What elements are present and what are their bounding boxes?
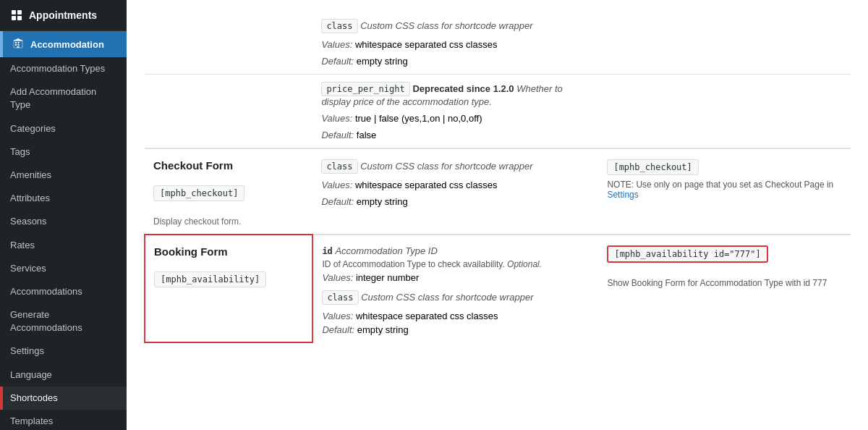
checkout-settings-link[interactable]: Settings [607, 190, 638, 200]
checkout-example-tag: [mphb_checkout] [607, 159, 698, 175]
sidebar-item-accommodations[interactable]: Accommodations [0, 280, 127, 303]
col-example-checkout: [mphb_checkout] NOTE: Use only on page t… [598, 148, 851, 235]
svg-rect-0 [12, 10, 16, 14]
row-booking-form: Booking Form [mphb_availability] id Acco… [145, 235, 851, 342]
svg-rect-10 [17, 46, 20, 48]
col-name-empty-top [145, 12, 312, 75]
col-example-booking: [mphb_availability id="777"] Show Bookin… [598, 235, 851, 342]
col-example-empty-ppn [598, 75, 851, 149]
svg-rect-9 [18, 44, 20, 46]
sidebar-item-shortcodes[interactable]: Shortcodes [0, 387, 127, 410]
booking-example-desc: Show Booking Form for Accommodation Type… [607, 278, 842, 288]
svg-rect-5 [15, 42, 17, 43]
booking-id-detail: ID of Accommodation Type to check availa… [322, 259, 504, 269]
default-checkout: empty string [357, 196, 408, 207]
checkout-desc: Display checkout form. [153, 216, 304, 227]
accommodation-section-label: Accommodation [30, 39, 104, 50]
booking-class-values: whitespace separated css classes [356, 311, 498, 321]
sidebar-item-accommodation-types[interactable]: Accommodation Types [0, 57, 127, 80]
row-price-per-night: price_per_night Deprecated since 1.2.0 W… [145, 75, 851, 149]
svg-rect-6 [18, 42, 20, 43]
col-params-ppn: price_per_night Deprecated since 1.2.0 W… [312, 75, 598, 149]
sidebar-item-templates[interactable]: Templates [0, 410, 127, 430]
sidebar-item-attributes[interactable]: Attributes [0, 187, 127, 210]
default-ppn: false [357, 130, 376, 140]
col-params-class-top: class Custom CSS class for shortcode wra… [312, 12, 598, 75]
col-params-booking: id Accommodation Type ID ID of Accommoda… [312, 235, 598, 342]
values-checkout: whitespace separated css classes [355, 180, 498, 190]
row-checkout-form: Checkout Form [mphb_checkout] Display ch… [145, 148, 851, 235]
checkout-shortcode-tag: [mphb_checkout] [153, 185, 244, 201]
app-title: Appointments [29, 9, 97, 21]
svg-marker-12 [14, 38, 22, 41]
building-icon [13, 38, 25, 50]
sidebar-item-tags[interactable]: Tags [0, 140, 127, 164]
sidebar-item-amenities[interactable]: Amenities [0, 164, 127, 187]
checkout-title: Checkout Form [153, 159, 304, 172]
param-class-checkout-tag: class [321, 159, 357, 174]
sidebar: Appointments Accommodation Accommodation… [0, 0, 127, 430]
booking-shortcode-tag: [mphb_availability] [154, 271, 266, 287]
param-class-booking-tag: class [322, 290, 358, 305]
col-name-checkout: Checkout Form [mphb_checkout] Display ch… [145, 148, 312, 235]
checkout-note: NOTE: Use only on page that you set as C… [607, 180, 842, 200]
sidebar-item-seasons[interactable]: Seasons [0, 210, 127, 233]
booking-example-tag: [mphb_availability id="777"] [607, 245, 767, 263]
values-ppn: true | false (yes,1,on | no,0,off) [355, 113, 482, 124]
col-name-empty-ppn [145, 75, 312, 149]
col-params-checkout: class Custom CSS class for shortcode wra… [312, 148, 598, 235]
grid-icon [10, 9, 23, 22]
sidebar-item-settings[interactable]: Settings [0, 340, 127, 363]
values-class-top: whitespace separated css classes [355, 39, 498, 50]
sidebar-item-language[interactable]: Language [0, 363, 127, 387]
params-table-top: class Custom CSS class for shortcode wra… [144, 12, 851, 343]
booking-class-default: empty string [357, 324, 409, 335]
booking-id-values: integer number [356, 272, 419, 283]
main-content: class Custom CSS class for shortcode wra… [127, 0, 868, 430]
col-example-empty-top [598, 12, 851, 75]
booking-title: Booking Form [154, 245, 303, 258]
svg-rect-2 [12, 16, 16, 20]
svg-rect-1 [17, 10, 22, 14]
svg-rect-8 [15, 44, 17, 46]
default-class-top: empty string [357, 56, 408, 67]
sidebar-app-header[interactable]: Appointments [0, 0, 127, 31]
param-class-tag: class [321, 19, 357, 33]
col-name-booking: Booking Form [mphb_availability] [145, 235, 312, 342]
param-ppn-tag: price_per_night [321, 82, 409, 96]
svg-rect-3 [17, 16, 22, 20]
sidebar-item-add-accommodation-type[interactable]: Add Accommodation Type [0, 80, 127, 117]
sidebar-item-generate-accommodations[interactable]: Generate Accommodations [0, 303, 127, 340]
sidebar-item-categories[interactable]: Categories [0, 117, 127, 140]
sidebar-item-rates[interactable]: Rates [0, 234, 127, 257]
accommodation-section-header[interactable]: Accommodation [0, 31, 127, 57]
sidebar-item-services[interactable]: Services [0, 257, 127, 280]
row-class-top: class Custom CSS class for shortcode wra… [145, 12, 851, 75]
